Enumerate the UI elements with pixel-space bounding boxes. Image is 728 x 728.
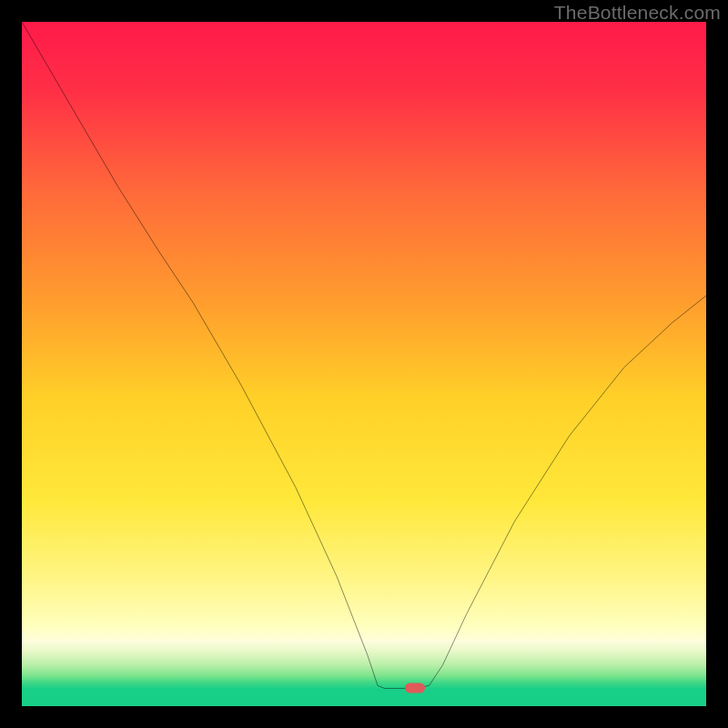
chart-optimum-marker (405, 683, 425, 693)
watermark-text: TheBottleneck.com (554, 2, 721, 24)
chart-curve (22, 22, 706, 706)
chart-plot-area (22, 22, 706, 706)
